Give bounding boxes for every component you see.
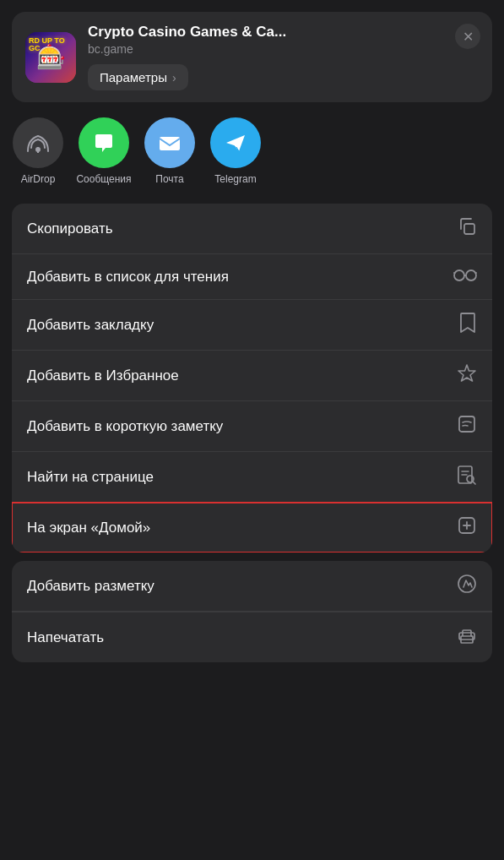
params-button[interactable]: Параметры › bbox=[88, 64, 188, 90]
svg-point-13 bbox=[471, 635, 473, 637]
app-url: bc.game bbox=[88, 42, 479, 56]
airdrop-label: AirDrop bbox=[21, 173, 56, 185]
menu-item-bookmark[interactable]: Добавить закладку bbox=[12, 300, 492, 351]
close-button[interactable]: ✕ bbox=[455, 24, 480, 49]
svg-rect-6 bbox=[459, 416, 474, 432]
print-icon bbox=[457, 625, 477, 650]
messages-icon-circle bbox=[79, 117, 129, 168]
svg-point-5 bbox=[466, 270, 476, 280]
airdrop-icon-circle bbox=[13, 117, 63, 168]
telegram-icon-circle bbox=[210, 117, 261, 168]
share-item-messages[interactable]: Сообщения bbox=[74, 117, 133, 185]
copy-icon bbox=[457, 216, 477, 241]
airdrop-icon bbox=[24, 129, 51, 156]
markup-label: Добавить разметку bbox=[27, 578, 154, 595]
glasses-icon bbox=[453, 267, 477, 286]
book-icon bbox=[458, 313, 477, 337]
share-row: AirDrop Сообщения Почта Telegram bbox=[0, 102, 504, 193]
find-icon bbox=[457, 465, 477, 489]
menu-item-quick-note[interactable]: Добавить в короткую заметку bbox=[12, 401, 492, 452]
menu-item-print[interactable]: Напечатать bbox=[12, 612, 492, 662]
note-icon bbox=[457, 414, 477, 438]
copy-label: Скопировать bbox=[27, 220, 113, 237]
close-icon: ✕ bbox=[463, 29, 474, 45]
messages-icon bbox=[90, 129, 117, 156]
app-title: Crypto Casino Games & Ca... bbox=[88, 24, 479, 41]
print-label: Напечатать bbox=[27, 629, 104, 646]
add-square-icon bbox=[457, 515, 477, 540]
share-item-telegram[interactable]: Telegram bbox=[206, 117, 265, 185]
telegram-icon bbox=[222, 129, 249, 156]
svg-point-10 bbox=[458, 575, 475, 592]
favorites-label: Добавить в Избранное bbox=[27, 367, 179, 384]
mail-icon bbox=[156, 129, 183, 156]
menu-item-copy[interactable]: Скопировать bbox=[12, 204, 492, 254]
star-icon bbox=[457, 363, 477, 388]
svg-rect-3 bbox=[464, 224, 474, 234]
telegram-label: Telegram bbox=[214, 173, 256, 185]
bookmark-label: Добавить закладку bbox=[27, 317, 154, 334]
mail-label: Почта bbox=[155, 173, 183, 185]
read-list-label: Добавить в список для чтения bbox=[27, 269, 229, 286]
messages-label: Сообщения bbox=[76, 173, 131, 185]
top-card: 🎰 RD UP TOGC Crypto Casino Games & Ca...… bbox=[12, 12, 492, 102]
svg-rect-2 bbox=[160, 137, 180, 150]
share-item-mail[interactable]: Почта bbox=[140, 117, 199, 185]
app-icon: 🎰 RD UP TOGC bbox=[25, 32, 76, 83]
menu-item-favorites[interactable]: Добавить в Избранное bbox=[12, 351, 492, 401]
menu-item-markup[interactable]: Добавить разметку bbox=[12, 561, 492, 612]
find-label: Найти на странице bbox=[27, 469, 154, 486]
menu-item-find[interactable]: Найти на странице bbox=[12, 452, 492, 503]
app-info: Crypto Casino Games & Ca... bc.game Пара… bbox=[88, 24, 479, 90]
chevron-icon: › bbox=[172, 71, 176, 84]
menu-item-read-list[interactable]: Добавить в список для чтения bbox=[12, 254, 492, 300]
markup-icon bbox=[457, 574, 477, 598]
home-screen-label: На экран «Домой» bbox=[27, 520, 150, 536]
svg-point-4 bbox=[454, 270, 464, 280]
menu-section-1: Скопировать Добавить в список для чтения… bbox=[12, 204, 492, 552]
menu-section-2: Добавить разметку Напечатать bbox=[12, 561, 492, 662]
menu-item-home-screen[interactable]: На экран «Домой» bbox=[12, 503, 492, 552]
mail-icon-circle bbox=[144, 117, 195, 168]
quick-note-label: Добавить в короткую заметку bbox=[27, 418, 223, 435]
share-item-airdrop[interactable]: AirDrop bbox=[8, 117, 68, 185]
